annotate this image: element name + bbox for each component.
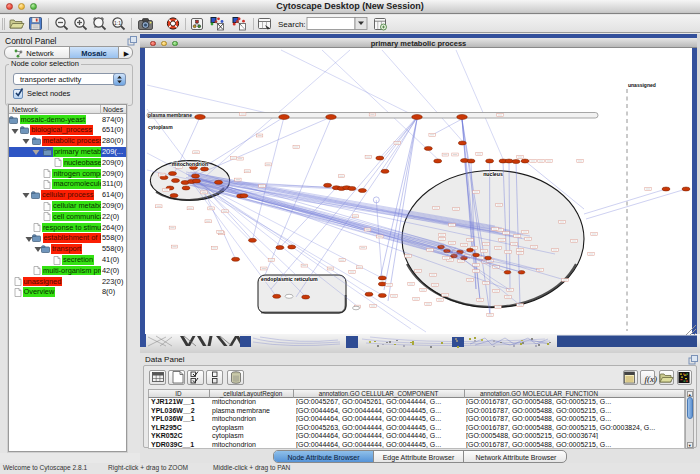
svg-text:nucleus: nucleus (483, 171, 503, 177)
svg-text:Search:: Search: (278, 20, 306, 29)
svg-text:f(x): f(x) (645, 374, 658, 384)
svg-text:mitochondrion: mitochondrion (172, 161, 208, 167)
svg-text:plasma membrane: plasma membrane (148, 112, 192, 118)
svg-text:cytoplasm: cytoplasm (148, 124, 173, 130)
svg-text:1:1: 1:1 (114, 20, 121, 26)
svg-text:endoplasmic reticulum: endoplasmic reticulum (261, 276, 318, 282)
svg-text:unassigned: unassigned (628, 82, 656, 88)
